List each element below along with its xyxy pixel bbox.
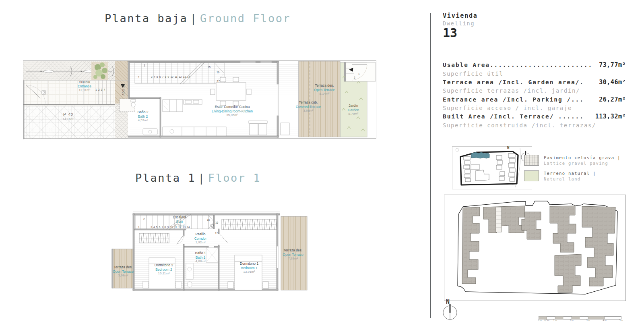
- area-row: Usable Area........................ 73,7…: [443, 61, 626, 70]
- room-label-terrace-left: Terraza des. Open Terrace 3,08m²: [111, 265, 136, 278]
- ground-floor-title: Planta baja|Ground Floor: [105, 12, 291, 25]
- stair-numbers-row: 3 4 5 6 7 8 9 10 11 12 13 14: [151, 226, 209, 228]
- scale-label: 0,5m: [544, 319, 549, 322]
- natural-land-swatch: [524, 170, 539, 181]
- room-label-open-terrace: Terraza des. Open Terrace 8,14m²: [300, 83, 349, 96]
- locator-linework: [452, 147, 531, 188]
- scale-label: 1 m: [553, 319, 557, 322]
- north-letter: N: [446, 298, 450, 305]
- highlighted-dwelling: [496, 207, 502, 232]
- site-plan-linework: [444, 195, 625, 300]
- scale-bar: 0 m 0,5m 1 m 2 m 3 m 4 m 5 m: [539, 315, 625, 324]
- stair-number: 1: [138, 226, 140, 228]
- dwelling-label-es: Vivienda: [443, 12, 478, 19]
- title-es: Planta baja: [105, 12, 188, 25]
- highlighted-building: [471, 152, 489, 158]
- room-label-bath2: Baño 2 Bath 2 4,53m²: [127, 110, 159, 122]
- building-clusters: [462, 206, 615, 293]
- north-arrow-graphic: [441, 299, 460, 324]
- room-label-corridor: Pasillo Corridor 1,92m²: [186, 232, 215, 245]
- room-label-covered-terrace: Terraza cub. Covered Terrace 3,08m²: [284, 100, 332, 113]
- stair-number: 2: [143, 218, 145, 220]
- sofa: [249, 121, 289, 135]
- scale-label: 3 m: [586, 319, 590, 322]
- scale-label: 5 m: [619, 319, 623, 322]
- title-separator: |: [188, 12, 200, 25]
- room-label-terrace-right: Terraza des. Open Terrace 7,39m²: [278, 248, 308, 261]
- area-row: Entrance area /Incl. Parking /... 26,27m…: [443, 95, 626, 104]
- stair-number: 16: [215, 221, 218, 224]
- ado13-marker: ADO 13: [122, 84, 125, 95]
- garden-gate: [346, 62, 376, 81]
- scale-label: 0 m: [538, 319, 541, 322]
- stair-numbers-row: 3 4 5 6 7 8 9 10 11 12 13 14: [151, 75, 207, 78]
- stair-number: 16: [217, 71, 219, 74]
- title-en: Ground Floor: [200, 12, 291, 25]
- stair-number: 17: [215, 232, 218, 234]
- scale-label: 4 m: [603, 319, 606, 322]
- vertical-divider: [430, 13, 431, 318]
- site-locator-map: N: [452, 146, 532, 189]
- legend-item-gravel: Pavimento celosía grava | Lattice gravel…: [524, 155, 621, 166]
- ground-floor-plan: Acceso Entrance 12,11m² P-42 14,16m² Bañ…: [23, 59, 377, 140]
- title-en: Floor 1: [208, 172, 261, 184]
- gravel-swatch: [524, 155, 539, 166]
- entrance-step-numbers: 1 2 3 4: [95, 88, 114, 91]
- north-arrow: N: [441, 299, 460, 324]
- north-letter: N: [507, 145, 509, 149]
- room-label-garden: Jardín Garden 8,79m²: [337, 104, 369, 116]
- floorplan-sheet: Planta baja|Ground Floor Planta 1|Floor …: [0, 0, 644, 332]
- title-separator: |: [196, 172, 208, 184]
- area-row: Built Area /Incl. Terrace/ ...... 113,32…: [443, 112, 626, 121]
- room-label-living: Estar-Comedor-Cocina Living-Dining room-…: [202, 105, 262, 117]
- bush: [91, 62, 108, 80]
- scale-label: 2 m: [570, 319, 573, 322]
- room-label-parking: P-42 14,16m²: [52, 112, 85, 121]
- staircase: [135, 62, 224, 84]
- ground-floor-linework: [23, 59, 377, 140]
- room-label-bath1: Baño 1 Bath 1 4,08m²: [188, 251, 213, 264]
- dwelling-number: 13: [443, 26, 457, 40]
- stair-number: 15: [208, 66, 211, 68]
- area-table: Usable Area........................ 73,7…: [443, 61, 626, 130]
- stair-number: 1: [138, 76, 140, 79]
- legend-item-natural: Terreno natural | Natural land: [524, 170, 596, 182]
- title-es: Planta 1: [135, 172, 196, 184]
- floor1-title: Planta 1|Floor 1: [135, 172, 261, 184]
- scale-bar-graphic: [539, 316, 625, 320]
- floor1-plan: Escalera Stair 4,79m² Pasillo Corridor 1…: [109, 203, 308, 293]
- stair-number: 15: [207, 218, 210, 221]
- stair-number: 2: [144, 64, 145, 67]
- room-label-bedroom1: Dormitorio 1 Bedroom 1 13,91m²: [232, 261, 266, 274]
- stair-number: 17: [217, 80, 220, 83]
- area-row: Terrace area /Incl. Garden area/. 30,46m…: [443, 78, 626, 87]
- site-plan: [444, 195, 626, 301]
- garden-step-2: 2: [354, 76, 355, 79]
- garden-step-1: 1: [358, 73, 360, 75]
- room-label-bedroom2: Dormitorio 2 Bedroom 2 10,11m²: [147, 263, 181, 276]
